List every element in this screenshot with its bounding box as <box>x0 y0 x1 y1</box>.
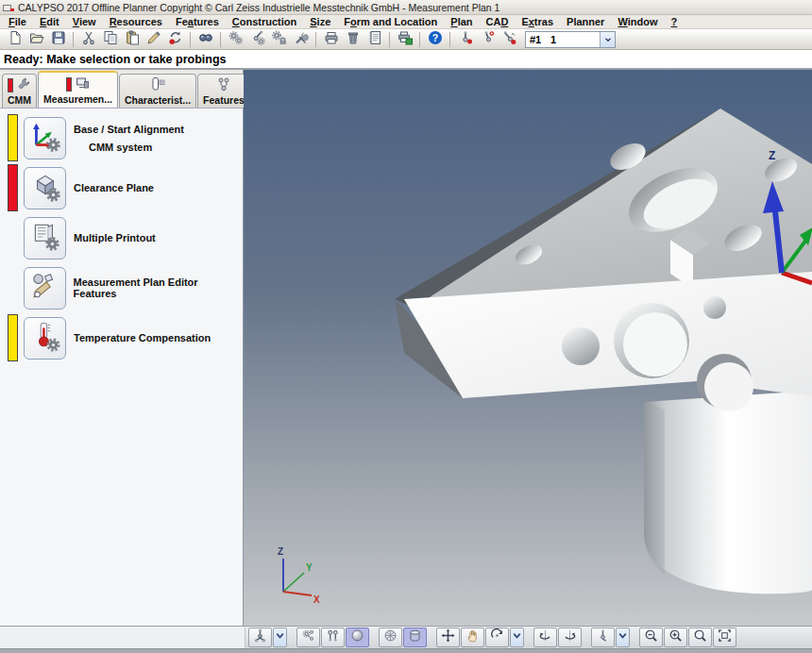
toolbar-separator <box>389 32 390 47</box>
plan-item-temperature: Temperature Compensation <box>8 314 243 361</box>
print-preview-button[interactable] <box>394 30 415 49</box>
probe-add-button[interactable] <box>476 30 498 49</box>
copy-button[interactable] <box>99 30 121 49</box>
stylus-system-button[interactable] <box>225 30 246 49</box>
plan-item-printout: Multiple Printout <box>8 214 243 261</box>
plan-select-dropdown[interactable] <box>600 32 615 47</box>
help-button[interactable]: ? <box>424 30 446 49</box>
find-icon <box>198 30 213 49</box>
tab-label: Measuremen... <box>43 93 112 105</box>
copy-icon <box>103 30 118 49</box>
axis-label-z-main: Z <box>769 149 775 162</box>
plan-select[interactable]: #1 1 <box>525 31 616 48</box>
probe-display-dropdown[interactable] <box>616 628 630 647</box>
cad-viewport[interactable]: Z Z Y X <box>244 70 812 626</box>
tab-measuremen[interactable]: Measuremen... <box>38 71 118 108</box>
rotate-button[interactable] <box>485 628 509 647</box>
plan-item-label[interactable]: Temperature Compensation <box>74 332 211 343</box>
new-file-button[interactable] <box>4 30 25 49</box>
menu-item-construction[interactable]: Construction <box>226 16 303 27</box>
menu-item-extras[interactable]: Extras <box>515 16 560 27</box>
cut-button[interactable] <box>77 30 99 49</box>
feature-settings-button[interactable] <box>268 30 290 49</box>
stylus-select-dropdown[interactable] <box>273 628 287 647</box>
tools-button[interactable] <box>290 30 312 49</box>
menu-item-edit[interactable]: Edit <box>33 16 66 27</box>
gears-icon <box>228 30 244 49</box>
window-title: CALYPSO 2017 Offline Planner Copyright ©… <box>18 2 499 13</box>
probe-add-icon <box>480 30 495 49</box>
menu-item-view[interactable]: View <box>66 16 103 27</box>
probe-view-alt-button[interactable] <box>321 628 345 647</box>
hand-icon <box>465 628 480 646</box>
menu-item-window[interactable]: Window <box>611 16 664 27</box>
rotate-left-button[interactable] <box>533 628 557 647</box>
rotate-dropdown[interactable] <box>510 628 524 647</box>
probe-display-button[interactable] <box>591 628 615 647</box>
tab-characterist[interactable]: Characterist... <box>119 74 196 108</box>
plan-item-label[interactable]: Measurement Plan Editor Features <box>74 276 243 299</box>
printout-button[interactable] <box>24 217 66 260</box>
plan-item-clearance: Clearance Plane <box>8 164 243 211</box>
menu-item-form-and-location[interactable]: Form and Location <box>337 16 444 27</box>
tab-features[interactable]: Features <box>197 74 250 108</box>
app-icon <box>3 3 14 12</box>
format-brush-button[interactable] <box>143 30 164 49</box>
new-file-icon <box>8 30 23 49</box>
plan-item-label[interactable]: Multiple Printout <box>74 232 156 243</box>
menu-item-features[interactable]: Features <box>169 16 226 27</box>
zoom-in-button[interactable] <box>664 628 687 647</box>
editor-icon <box>28 270 60 306</box>
menu-item-size[interactable]: Size <box>303 16 337 27</box>
rotate-right-button[interactable] <box>558 628 582 647</box>
menu-item-planner[interactable]: Planner <box>560 16 611 27</box>
cad-solid-button[interactable] <box>403 628 427 647</box>
find-button[interactable] <box>195 30 216 49</box>
plan-item-label[interactable]: Clearance Plane <box>74 182 154 193</box>
toolbar-separator <box>73 32 74 47</box>
tab-cmm[interactable]: CMM <box>2 74 37 108</box>
sync-button[interactable] <box>164 30 186 49</box>
zoom-icon <box>693 628 707 646</box>
clearance-icon <box>29 170 61 206</box>
menu-item-plan[interactable]: Plan <box>444 16 479 27</box>
status-bar-yellow <box>8 114 18 161</box>
paste-button[interactable] <box>121 30 143 49</box>
print-button[interactable] <box>320 30 342 49</box>
sphere-view-button[interactable] <box>346 628 369 647</box>
status-bar-yellow <box>8 314 18 361</box>
plan-item-sublabel[interactable]: CMM system <box>89 142 184 153</box>
probe-button[interactable] <box>454 30 476 49</box>
editor-button[interactable] <box>24 267 66 310</box>
toolbar-separator <box>220 32 221 47</box>
menu-item-?[interactable]: ? <box>664 16 684 27</box>
report-icon <box>367 30 382 49</box>
stylus-select-button[interactable] <box>248 628 272 647</box>
wheel-icon <box>383 628 398 646</box>
menu-item-file[interactable]: File <box>2 16 33 27</box>
delete-button[interactable] <box>342 30 364 49</box>
menu-item-cad[interactable]: CAD <box>480 16 516 27</box>
grab-button[interactable] <box>461 628 484 647</box>
char-tab-icon <box>150 76 165 95</box>
plan-item-label[interactable]: Base / Start Alignment <box>74 124 184 135</box>
chevron-down-icon <box>616 628 630 646</box>
probe-change-button[interactable] <box>498 30 519 49</box>
probe-view-button[interactable] <box>296 628 320 647</box>
alignment-button[interactable] <box>24 117 66 159</box>
menu-item-resources[interactable]: Resources <box>103 16 169 27</box>
plan-item-list: Base / Start AlignmentCMM systemClearanc… <box>0 109 243 361</box>
zoom-button[interactable] <box>688 628 712 647</box>
zoom-out-button[interactable] <box>639 628 663 647</box>
zoom-fit-icon <box>718 628 732 646</box>
report-button[interactable] <box>364 30 385 49</box>
open-button[interactable] <box>25 30 47 49</box>
clearance-button[interactable] <box>24 167 66 209</box>
wheel-view-button[interactable] <box>379 628 402 647</box>
sync-icon <box>168 30 183 49</box>
pan-button[interactable] <box>436 628 460 647</box>
save-button[interactable] <box>47 30 69 49</box>
zoom-fit-button[interactable] <box>713 628 736 647</box>
temperature-button[interactable] <box>24 317 66 360</box>
probe-config-button[interactable] <box>246 30 268 49</box>
